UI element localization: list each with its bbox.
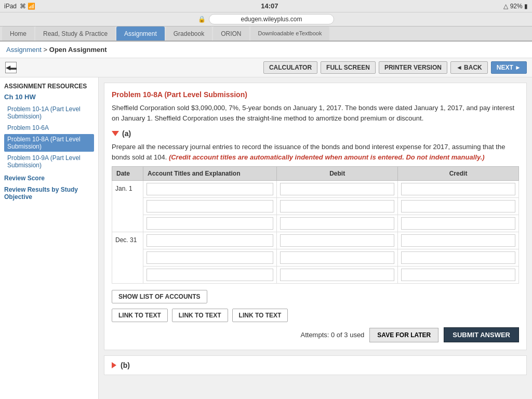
account-cell[interactable] xyxy=(143,215,277,232)
debit-input-jan1-1[interactable] xyxy=(280,183,394,195)
debit-input-dec31-1[interactable] xyxy=(280,234,394,247)
credit-input-dec31-1[interactable] xyxy=(401,234,515,247)
sidebar-review-score[interactable]: Review Score xyxy=(4,175,94,182)
credit-cell[interactable] xyxy=(398,267,519,284)
link-buttons-row: LINK TO TEXT LINK TO TEXT LINK TO TEXT xyxy=(112,309,519,322)
table-row: Dec. 31 xyxy=(112,232,519,249)
debit-input-jan1-3[interactable] xyxy=(280,217,394,230)
col-date: Date xyxy=(112,167,143,181)
device-time: 14:07 xyxy=(35,2,503,10)
credit-input-dec31-2[interactable] xyxy=(401,251,515,264)
problem-description: Sheffield Corporation sold $3,090,000, 7… xyxy=(112,103,519,123)
debit-cell[interactable] xyxy=(277,198,398,215)
account-input-jan1-3[interactable] xyxy=(147,217,273,230)
sidebar-item-p10-8a[interactable]: Problem 10-8A (Part Level Submission) xyxy=(4,134,94,152)
wifi-icon: ⌘ 📶 xyxy=(20,3,35,10)
debit-cell[interactable] xyxy=(277,181,398,198)
url-bar[interactable]: edugen.wileyplus.com xyxy=(209,14,334,24)
account-input-jan1-2[interactable] xyxy=(147,200,273,212)
account-cell[interactable] xyxy=(143,198,277,215)
sidebar-item-p10-9a[interactable]: Problem 10-9A (Part Level Submission) xyxy=(4,153,94,170)
part-a-triangle[interactable] xyxy=(112,131,119,136)
sidebar-chapter-link[interactable]: Ch 10 HW xyxy=(4,93,94,101)
back-page-icon[interactable]: ◀▬ xyxy=(5,62,17,73)
account-input-jan1-1[interactable] xyxy=(147,183,273,195)
account-input-dec31-3[interactable] xyxy=(147,269,273,281)
account-cell[interactable] xyxy=(143,181,277,198)
device-name: iPad xyxy=(4,3,17,10)
account-cell[interactable] xyxy=(143,249,277,267)
toolbar: ◀▬ CALCULATOR FULL SCREEN PRINTER VERSIO… xyxy=(0,58,532,77)
breadcrumb-link[interactable]: Assignment xyxy=(6,46,42,54)
debit-cell[interactable] xyxy=(277,267,398,284)
tab-home[interactable]: Home xyxy=(2,26,34,41)
account-input-dec31-2[interactable] xyxy=(147,251,273,264)
sidebar-review-results[interactable]: Review Results by Study Objective xyxy=(4,186,94,201)
credit-cell[interactable] xyxy=(398,181,519,198)
device-status-left: iPad ⌘ 📶 xyxy=(4,3,35,10)
part-b-triangle[interactable] xyxy=(112,362,116,368)
tab-read[interactable]: Read, Study & Practice xyxy=(35,26,115,41)
content-area: Problem 10-8A (Part Level Submission) Sh… xyxy=(99,77,532,399)
debit-input-dec31-2[interactable] xyxy=(280,251,394,264)
save-for-later-button[interactable]: SAVE FOR LATER xyxy=(369,328,438,342)
col-credit: Credit xyxy=(398,167,519,181)
submit-answer-button[interactable]: SUBMIT ANSWER xyxy=(444,327,519,342)
debit-input-dec31-3[interactable] xyxy=(280,269,394,281)
part-a-header: (a) xyxy=(112,129,519,138)
tab-gradebook[interactable]: Gradebook xyxy=(166,26,212,41)
nav-tabs: Home Read, Study & Practice Assignment G… xyxy=(0,26,532,42)
credit-input-jan1-1[interactable] xyxy=(401,183,515,195)
sidebar-section-title: ASSIGNMENT RESOURCES xyxy=(4,83,94,90)
credit-input-jan1-3[interactable] xyxy=(401,217,515,230)
table-row xyxy=(112,198,519,215)
account-input-dec31-1[interactable] xyxy=(147,234,273,247)
tab-assignment[interactable]: Assignment xyxy=(116,26,165,41)
link-to-text-button-2[interactable]: LINK TO TEXT xyxy=(172,309,228,322)
debit-input-jan1-2[interactable] xyxy=(280,200,394,212)
show-list-button[interactable]: SHOW LIST OF ACCOUNTS xyxy=(112,290,207,303)
part-a-instruction: Prepare all the necessary journal entrie… xyxy=(112,142,519,162)
credit-cell[interactable] xyxy=(398,198,519,215)
date-dec31: Dec. 31 xyxy=(112,232,143,284)
credit-input-jan1-2[interactable] xyxy=(401,200,515,212)
problem-card: Problem 10-8A (Part Level Submission) Sh… xyxy=(104,83,527,350)
show-list-row: SHOW LIST OF ACCOUNTS xyxy=(112,290,519,303)
next-button[interactable]: NEXT ► xyxy=(491,61,527,74)
credit-cell[interactable] xyxy=(398,232,519,249)
breadcrumb: Assignment > Open Assignment xyxy=(0,42,532,58)
device-status-right: △ 92% ▮ xyxy=(503,3,528,10)
account-cell[interactable] xyxy=(143,232,277,249)
table-row xyxy=(112,249,519,267)
debit-cell[interactable] xyxy=(277,249,398,267)
toolbar-left: ◀▬ xyxy=(5,62,17,73)
part-a-label: (a) xyxy=(122,129,131,138)
back-button[interactable]: ◄ BACK xyxy=(450,61,488,74)
breadcrumb-current: Open Assignment xyxy=(49,46,107,54)
printer-button[interactable]: PRINTER VERSION xyxy=(379,61,447,74)
link-to-text-button-1[interactable]: LINK TO TEXT xyxy=(112,309,168,322)
credit-cell[interactable] xyxy=(398,215,519,232)
debit-cell[interactable] xyxy=(277,232,398,249)
credit-cell[interactable] xyxy=(398,249,519,267)
debit-cell[interactable] xyxy=(277,215,398,232)
device-top-bar: iPad ⌘ 📶 14:07 △ 92% ▮ xyxy=(0,0,532,12)
lock-icon: 🔒 xyxy=(198,16,206,23)
link-to-text-button-3[interactable]: LINK TO TEXT xyxy=(232,309,288,322)
table-row xyxy=(112,267,519,284)
part-b-label: (b) xyxy=(121,361,130,369)
col-account: Account Titles and Explanation xyxy=(143,167,277,181)
tab-downloadable[interactable]: Downloadable eTextbook xyxy=(250,26,330,41)
sidebar-item-p10-1a[interactable]: Problem 10-1A (Part Level Submission) xyxy=(4,104,94,122)
tab-orion[interactable]: ORION xyxy=(213,26,249,41)
main-layout: ASSIGNMENT RESOURCES Ch 10 HW Problem 10… xyxy=(0,77,532,399)
account-cell[interactable] xyxy=(143,267,277,284)
full-screen-button[interactable]: FULL SCREEN xyxy=(321,61,376,74)
battery-level: △ 92% ▮ xyxy=(503,3,528,10)
calculator-button[interactable]: CALCULATOR xyxy=(263,61,317,74)
sidebar: ASSIGNMENT RESOURCES Ch 10 HW Problem 10… xyxy=(0,77,99,399)
table-row: Jan. 1 xyxy=(112,181,519,198)
credit-input-dec31-3[interactable] xyxy=(401,269,515,281)
sidebar-item-p10-6a[interactable]: Problem 10-6A xyxy=(4,123,94,133)
problem-title: Problem 10-8A (Part Level Submission) xyxy=(112,90,519,99)
